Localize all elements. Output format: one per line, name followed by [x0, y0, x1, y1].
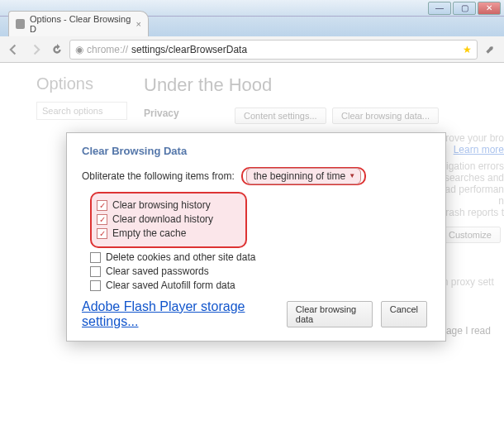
- dialog-prompt: Obliterate the following items from:: [82, 170, 235, 182]
- check-browsing-history[interactable]: ✓Clear browsing history: [97, 199, 240, 211]
- wrench-menu-button[interactable]: [481, 41, 499, 59]
- minimize-button[interactable]: —: [428, 2, 451, 15]
- checkbox-icon: ✓: [97, 214, 107, 225]
- url-scheme: chrome://: [87, 44, 128, 55]
- check-saved-passwords[interactable]: Clear saved passwords: [90, 265, 430, 277]
- reload-button[interactable]: [48, 41, 66, 59]
- checkbox-icon: [90, 266, 101, 277]
- toolbar: ◉ chrome://settings/clearBrowserData ★: [0, 36, 504, 63]
- forward-button[interactable]: [26, 41, 45, 59]
- flash-storage-link[interactable]: Adobe Flash Player storage settings...: [82, 299, 287, 329]
- globe-icon: ◉: [75, 44, 83, 55]
- checkbox-icon: ✓: [97, 228, 107, 239]
- tab-strip: Options - Clear Browsing D ×: [0, 17, 504, 36]
- address-bar[interactable]: ◉ chrome://settings/clearBrowserData ★: [69, 40, 478, 60]
- check-download-history[interactable]: ✓Clear download history: [97, 213, 240, 225]
- bookmark-star-icon[interactable]: ★: [463, 44, 472, 55]
- time-range-highlight: the beginning of time: [241, 167, 366, 185]
- check-empty-cache[interactable]: ✓Empty the cache: [97, 227, 240, 239]
- cancel-button[interactable]: Cancel: [381, 301, 427, 327]
- checkbox-icon: ✓: [97, 200, 107, 211]
- browser-tab[interactable]: Options - Clear Browsing D ×: [8, 11, 149, 36]
- tab-title: Options - Clear Browsing D: [30, 14, 131, 34]
- close-window-button[interactable]: ✕: [478, 2, 501, 15]
- time-range-select[interactable]: the beginning of time: [246, 168, 361, 184]
- tab-close-icon[interactable]: ×: [136, 19, 141, 29]
- checkbox-icon: [90, 252, 101, 263]
- dialog-title: Clear Browsing Data: [82, 145, 430, 157]
- wrench-icon: [16, 19, 25, 29]
- check-delete-cookies[interactable]: Delete cookies and other site data: [90, 251, 430, 263]
- back-button[interactable]: [5, 41, 23, 59]
- checks-highlight: ✓Clear browsing history ✓Clear download …: [90, 192, 247, 248]
- checkbox-icon: [90, 280, 101, 291]
- check-autofill-data[interactable]: Clear saved Autofill form data: [90, 280, 430, 291]
- url-path: settings/clearBrowserData: [131, 44, 247, 55]
- browser-window: — ▢ ✕ Options - Clear Browsing D × ◉ chr…: [0, 0, 504, 430]
- maximize-button[interactable]: ▢: [453, 2, 476, 15]
- clear-data-confirm-button[interactable]: Clear browsing data: [287, 301, 373, 327]
- clear-browsing-data-dialog: Clear Browsing Data Obliterate the follo…: [66, 132, 446, 342]
